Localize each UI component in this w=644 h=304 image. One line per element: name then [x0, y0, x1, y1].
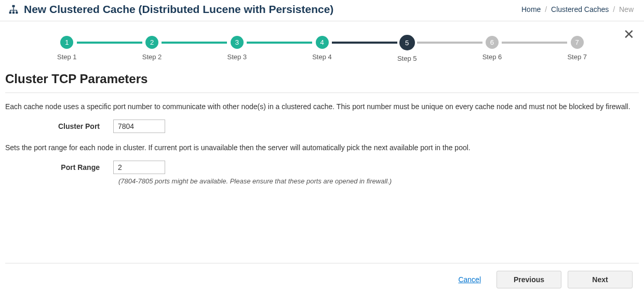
step-label: Step 3	[227, 53, 247, 61]
svg-rect-2	[12, 11, 15, 14]
page-header: New Clustered Cache (Distributed Lucene …	[0, 0, 644, 21]
step-7[interactable]: 7Step 7	[567, 36, 587, 61]
step-label: Step 7	[567, 53, 587, 61]
svg-rect-1	[9, 11, 11, 14]
port-range-description: Sets the port range for each node in clu…	[5, 142, 639, 153]
divider	[5, 92, 639, 93]
step-label: Step 2	[142, 53, 162, 61]
cancel-link[interactable]: Cancel	[458, 275, 481, 284]
step-label: Step 1	[57, 53, 77, 61]
step-connector	[332, 42, 397, 44]
page-title: New Clustered Cache (Distributed Lucene …	[24, 3, 333, 16]
stepper: 1Step 12Step 23Step 34Step 45Step 56Step…	[57, 36, 587, 62]
breadcrumb-caches[interactable]: Clustered Caches	[551, 5, 609, 14]
step-label: Step 5	[397, 55, 417, 62]
wizard-footer: Cancel Previous Next	[5, 263, 639, 296]
step-connector	[247, 42, 312, 44]
step-5[interactable]: 5Step 5	[397, 36, 417, 62]
port-range-input[interactable]	[113, 161, 165, 174]
step-circle: 4	[316, 36, 329, 49]
step-connector	[417, 42, 482, 44]
step-connector	[502, 42, 567, 44]
step-circle: 6	[486, 36, 499, 49]
sitemap-icon	[8, 4, 19, 15]
step-circle: 7	[571, 36, 584, 49]
step-circle: 2	[145, 36, 158, 49]
step-4[interactable]: 4Step 4	[312, 36, 332, 61]
step-label: Step 6	[482, 53, 502, 61]
step-circle: 5	[399, 35, 415, 50]
step-6[interactable]: 6Step 6	[482, 36, 502, 61]
port-range-hint: (7804-7805 ports might be available. Ple…	[118, 177, 639, 185]
step-2[interactable]: 2Step 2	[142, 36, 162, 61]
close-icon: ✕	[623, 27, 635, 42]
step-label: Step 4	[312, 53, 332, 61]
previous-button[interactable]: Previous	[497, 271, 561, 288]
step-1[interactable]: 1Step 1	[57, 36, 77, 61]
section-title: Cluster TCP Parameters	[5, 72, 639, 86]
breadcrumb: Home / Clustered Caches / New	[521, 5, 634, 14]
svg-rect-3	[16, 11, 18, 14]
step-3[interactable]: 3Step 3	[227, 36, 247, 61]
cluster-port-description: Each cache node uses a specific port num…	[5, 101, 639, 112]
svg-rect-0	[12, 5, 15, 7]
port-range-label: Port Range	[5, 163, 113, 171]
breadcrumb-home[interactable]: Home	[521, 5, 541, 14]
next-button[interactable]: Next	[568, 271, 633, 288]
step-connector	[77, 42, 142, 44]
cluster-port-input[interactable]	[113, 120, 165, 133]
step-connector	[162, 42, 227, 44]
step-circle: 3	[231, 36, 244, 49]
cluster-port-label: Cluster Port	[5, 122, 113, 130]
breadcrumb-current: New	[619, 5, 634, 14]
close-button[interactable]: ✕	[623, 28, 635, 41]
step-circle: 1	[60, 36, 73, 49]
